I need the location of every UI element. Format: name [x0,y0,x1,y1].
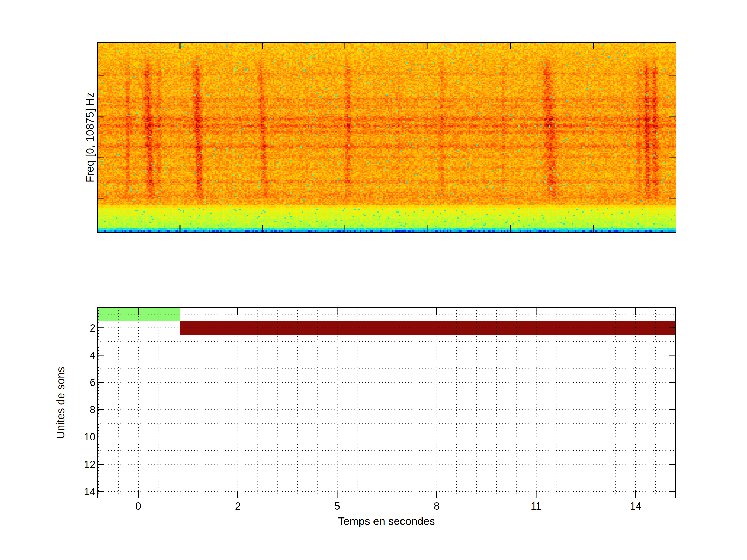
units-x-axis-label: Temps en secondes [338,516,435,527]
matlab-figure: Freq [0, 10875] Hz Unites de sons Temps … [0,0,747,560]
x-tick-label-2: 2 [235,501,240,511]
units-y-axis-label: Unites de sons [55,367,66,439]
sound-units-plot [97,308,676,498]
x-tick-label-8: 8 [434,501,439,511]
x-tick-label-0: 0 [135,501,141,511]
y-tick-label-8: 8 [90,404,96,415]
y-tick-label-14: 14 [84,486,96,497]
x-tick-label-14: 14 [630,501,641,511]
y-tick-label-2: 2 [90,323,96,333]
x-tick-label-5: 5 [334,501,340,511]
y-tick-label-4: 4 [90,350,96,361]
y-tick-label-12: 12 [84,459,96,470]
x-tick-label-11: 11 [531,501,542,511]
y-tick-label-10: 10 [84,432,96,442]
y-tick-label-6: 6 [90,377,96,388]
spectrogram-y-axis-label: Freq [0, 10875] Hz [84,92,96,183]
spectrogram-plot [97,42,676,233]
